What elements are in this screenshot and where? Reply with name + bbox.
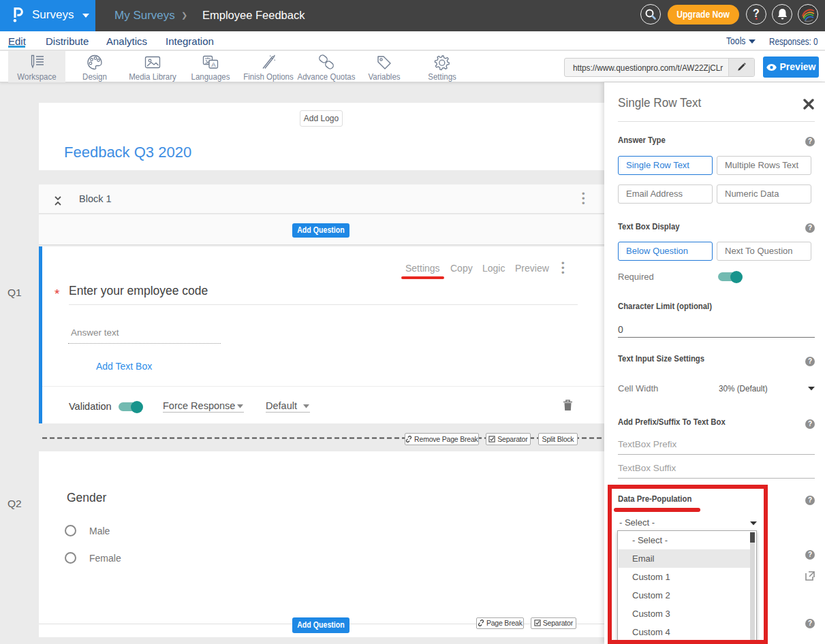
svg-text:A: A: [211, 61, 216, 68]
